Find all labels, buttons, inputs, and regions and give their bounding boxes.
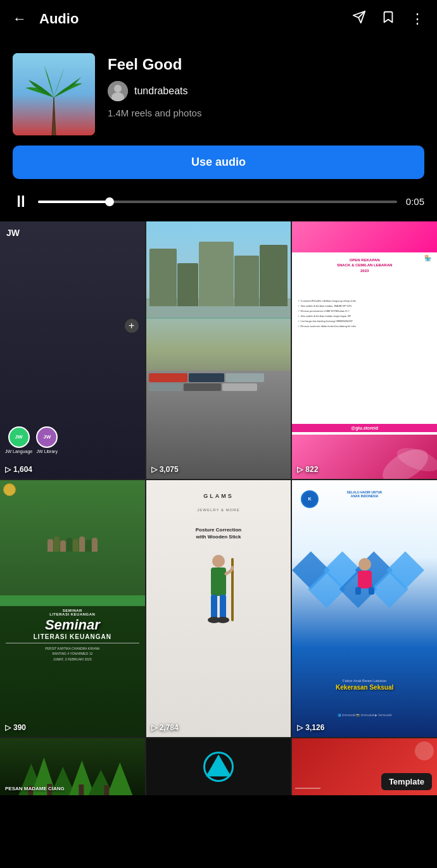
cell-forest[interactable]: PESAN MADAME CIANG xyxy=(0,738,145,795)
audio-info: Feel Good tundrabeats 1.4M reels and pho… xyxy=(0,38,437,146)
jw-library-profile: JW JW Library xyxy=(36,426,58,454)
audio-player: ⏸ 0:05 xyxy=(0,192,437,221)
template-badge: Template xyxy=(381,773,432,790)
pesan-label: PESAN MADAME CIANG xyxy=(5,786,65,791)
filter-button[interactable] xyxy=(352,10,366,28)
progress-bar[interactable] xyxy=(38,201,397,203)
views-city: ▷ 3,075 xyxy=(151,465,179,474)
views-posture: ▷ 2,784 xyxy=(151,723,179,732)
progress-fill xyxy=(38,201,110,203)
cell-template[interactable]: Template xyxy=(292,738,437,795)
cell-jw[interactable]: JW + JW JW Language JW JW Library ▷ 1,60… xyxy=(0,221,145,479)
p2 xyxy=(54,536,60,552)
sep-line xyxy=(6,643,139,643)
progress-thumb xyxy=(105,197,114,206)
filter-icon xyxy=(352,10,366,24)
glams-brand: GLAMS xyxy=(146,493,291,499)
jw-profiles: JW JW Language JW JW Library xyxy=(5,426,58,454)
cell-city[interactable]: ▷ 3,075 xyxy=(146,221,291,479)
people xyxy=(48,536,98,552)
time-display: 0:05 xyxy=(406,196,424,207)
header-icons: ⋮ xyxy=(352,10,424,28)
circle-deco xyxy=(415,741,434,760)
count-jw: 1,604 xyxy=(13,465,32,474)
flyer-content: ✓ Customer/Reseller silahkan langsung re… xyxy=(298,299,431,329)
svg-marker-31 xyxy=(107,762,132,795)
more-button[interactable]: ⋮ xyxy=(410,11,424,27)
proper-video-grid: JW + JW JW Language JW JW Library ▷ 1,60… xyxy=(0,221,437,795)
emblem xyxy=(3,483,16,496)
svg-rect-34 xyxy=(79,784,84,795)
child-svg xyxy=(349,557,381,595)
buildings-row xyxy=(146,234,291,306)
triangle-svg xyxy=(206,755,231,777)
artist-row: tundrabeats xyxy=(108,81,424,101)
play-triangle-seminar: ▷ xyxy=(5,723,11,732)
jw-language-avatar: JW xyxy=(8,426,30,448)
svg-rect-35 xyxy=(104,785,109,795)
page-title: Audio xyxy=(39,11,79,27)
bldg4 xyxy=(234,256,259,306)
svg-point-8 xyxy=(212,555,225,567)
plus-icon[interactable]: + xyxy=(125,319,139,333)
person-figure xyxy=(200,552,238,636)
play-triangle-city: ▷ xyxy=(151,465,157,474)
posture-text-overlay: Posture Correctionwith Wooden Stick xyxy=(153,526,284,540)
svg-rect-9 xyxy=(211,567,226,596)
seminar-details: PERSIT KARTIKA CHANDRA KIRANA RANTING 4 … xyxy=(6,646,139,662)
p8 xyxy=(92,538,98,552)
svg-rect-12 xyxy=(220,595,226,620)
bldg1 xyxy=(149,249,177,306)
back-button[interactable]: ← xyxy=(13,11,27,27)
p7 xyxy=(86,540,91,552)
cell-posture[interactable]: GLAMS JEWELRY & MORE Posture Correctionw… xyxy=(146,480,291,738)
play-triangle-jw: ▷ xyxy=(5,465,11,474)
p4 xyxy=(66,538,72,552)
cell-child[interactable]: K SELALU HADIR UNTUKANAK INDONESIA xyxy=(292,480,437,738)
svg-point-14 xyxy=(217,617,229,623)
album-art-svg xyxy=(13,53,95,135)
count-flyer: 822 xyxy=(305,465,318,474)
bldg2 xyxy=(177,263,198,306)
glams-subtitle-brand: JEWELRY & MORE xyxy=(146,508,291,512)
play-triangle-child: ▷ xyxy=(297,723,303,732)
jw-label: JW xyxy=(6,228,20,238)
use-audio-button[interactable]: Use audio xyxy=(13,146,424,179)
person-svg xyxy=(200,552,238,634)
p3 xyxy=(60,540,66,552)
svg-rect-23 xyxy=(358,571,372,588)
car4 xyxy=(149,383,182,391)
reels-count: 1.4M reels and photos xyxy=(108,108,424,118)
play-triangle-posture: ▷ xyxy=(151,723,157,732)
group-photo-area xyxy=(0,480,145,596)
count-child: 3,126 xyxy=(305,723,324,732)
bookmark-icon xyxy=(381,10,395,24)
road-surface xyxy=(146,371,291,479)
cell-flyer[interactable]: 🏪 OPEN REKAPANSNACK & CEMILAN LEBARAN202… xyxy=(292,221,437,479)
cell-seminar[interactable]: SEMINARLITERASI KEUANGAN Seminar LITERAS… xyxy=(0,480,145,738)
seminar-content: SEMINARLITERASI KEUANGAN Seminar LITERAS… xyxy=(6,609,139,662)
p5 xyxy=(73,539,79,552)
jw-library-label: JW Library xyxy=(36,449,57,454)
cell-triangle[interactable] xyxy=(146,738,291,795)
flyer-top xyxy=(292,221,437,252)
pause-button[interactable]: ⏸ xyxy=(13,192,29,211)
jw-language-label: JW Language xyxy=(5,449,32,454)
bookmark-button[interactable] xyxy=(381,10,395,28)
seminar-label-top: SEMINARLITERASI KEUANGAN xyxy=(6,609,139,616)
svg-rect-11 xyxy=(211,595,217,620)
views-seminar: ▷ 390 xyxy=(5,723,26,732)
flyer-handle-bar: @giu.storeid xyxy=(292,424,437,432)
child-bottom-text: Faktor Anak Berani Lakukan Kekerasan Sek… xyxy=(296,679,433,691)
car1 xyxy=(149,373,188,382)
org-name: SELALU HADIR UNTUKANAK INDONESIA xyxy=(292,490,437,498)
jw-language-profile: JW JW Language xyxy=(5,426,32,454)
album-art xyxy=(13,53,95,135)
count-seminar: 390 xyxy=(13,723,26,732)
svg-rect-24 xyxy=(355,587,361,595)
views-flyer: ▷ 822 xyxy=(297,465,318,474)
svg-point-4 xyxy=(114,85,122,92)
child-figure xyxy=(349,557,381,595)
seminar-lk-text: LITERASI KEUANGAN xyxy=(6,633,139,640)
audio-title: Feel Good xyxy=(108,56,424,73)
